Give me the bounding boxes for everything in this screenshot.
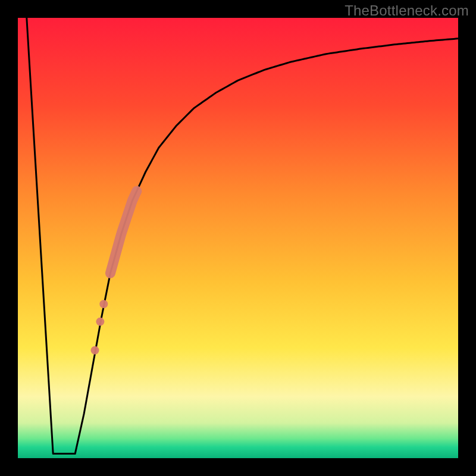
chart-frame: TheBottleneck.com [0, 0, 476, 476]
chart-canvas [0, 0, 476, 476]
watermark-text: TheBottleneck.com [345, 2, 469, 19]
sparse-dot [96, 318, 104, 326]
sparse-dot [99, 300, 108, 308]
sparse-dot [91, 346, 99, 355]
heat-gradient-area [18, 18, 458, 458]
